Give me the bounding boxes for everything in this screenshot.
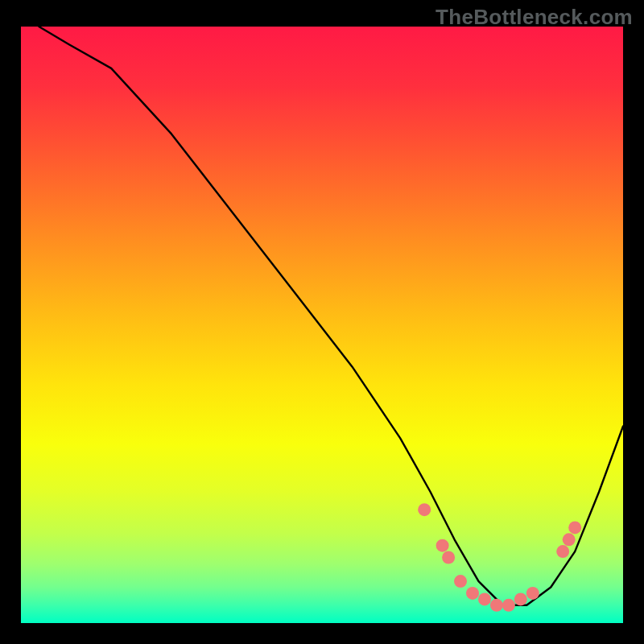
data-marker: [490, 599, 503, 612]
plot-background: [21, 27, 623, 623]
bottleneck-chart: [0, 0, 644, 644]
data-marker: [502, 599, 515, 612]
data-marker: [478, 592, 491, 605]
data-marker: [466, 587, 479, 600]
data-marker: [442, 551, 455, 564]
data-marker: [418, 503, 431, 516]
watermark-text: TheBottleneck.com: [436, 5, 633, 30]
data-marker: [436, 539, 449, 552]
chart-frame: TheBottleneck.com: [0, 0, 644, 644]
data-marker: [514, 592, 527, 605]
data-marker: [556, 545, 569, 558]
data-marker: [568, 521, 581, 534]
data-marker: [454, 575, 467, 588]
data-marker: [563, 533, 576, 546]
data-marker: [526, 587, 539, 600]
